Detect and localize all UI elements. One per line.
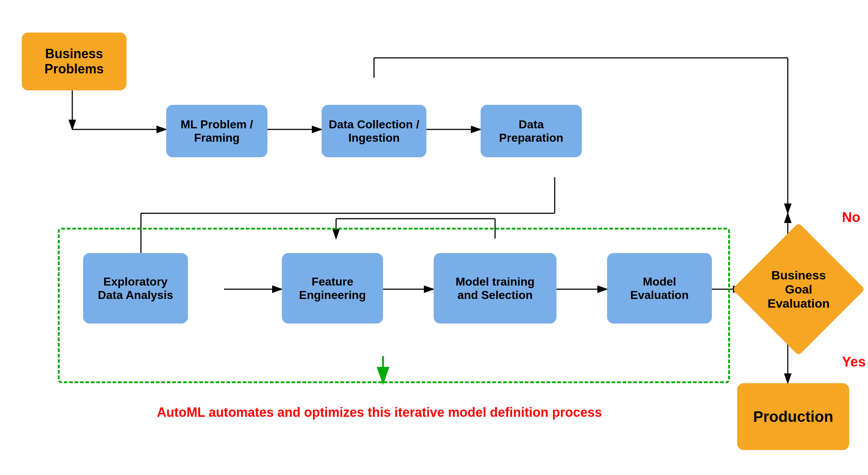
no-label: No <box>842 210 860 225</box>
model-training-label: Model training and Selection <box>456 275 535 302</box>
production-box: Production <box>737 383 849 450</box>
data-preparation-box: Data Preparation <box>481 105 582 157</box>
data-collection-label: Data Collection / Ingestion <box>329 118 420 145</box>
data-collection-box: Data Collection / Ingestion <box>322 105 426 157</box>
feature-engineering-label: Feature Engineering <box>299 275 366 302</box>
business-problems-label: Business Problems <box>44 46 104 77</box>
data-preparation-label: Data Preparation <box>499 118 563 145</box>
business-goal-container: Business Goal Evaluation <box>743 213 855 365</box>
model-training-box: Model training and Selection <box>434 253 557 324</box>
ml-problem-box: ML Problem / Framing <box>166 105 267 157</box>
eda-label: Exploratory Data Analysis <box>98 275 173 302</box>
model-evaluation-label: Model Evaluation <box>630 275 689 302</box>
business-problems-box: Business Problems <box>22 33 126 90</box>
feature-engineering-box: Feature Engineering <box>282 253 383 324</box>
business-goal-label: Business Goal Evaluation <box>762 268 835 311</box>
eda-box: Exploratory Data Analysis <box>83 253 188 324</box>
production-label: Production <box>753 408 833 425</box>
diagram-container: Business Problems ML Problem / Framing D… <box>0 0 868 475</box>
yes-label: Yes <box>842 354 866 370</box>
ml-problem-label: ML Problem / Framing <box>181 118 253 145</box>
automl-text: AutoML automates and optimizes this iter… <box>72 405 687 420</box>
model-evaluation-box: Model Evaluation <box>607 253 712 324</box>
